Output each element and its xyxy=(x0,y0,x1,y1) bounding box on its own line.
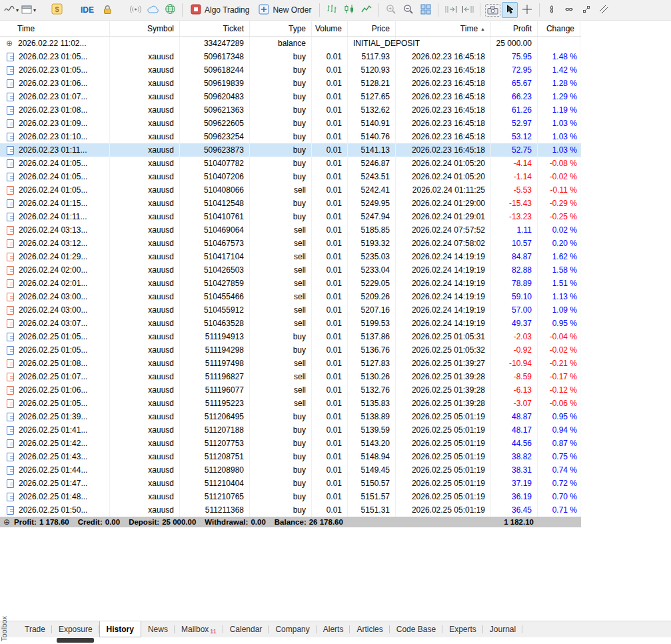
table-row[interactable]: 2026.02.24 01:05... xauusd 510407782 buy… xyxy=(0,157,581,170)
equidistant-channel-tool-button[interactable] xyxy=(596,2,612,18)
table-row[interactable]: 2026.02.25 01:06... xauusd 511196077 sel… xyxy=(0,383,581,397)
tab-mailbox[interactable]: Mailbox11 xyxy=(175,621,223,637)
candlestick-chart-button[interactable] xyxy=(341,2,357,18)
column-header-price[interactable]: Price xyxy=(348,21,396,36)
signal-button[interactable] xyxy=(127,2,143,18)
chart-window-dropdown[interactable]: ▾ xyxy=(21,2,37,18)
toolbox-panel-label[interactable]: Toolbox xyxy=(0,613,9,644)
column-header-open-time[interactable]: Time xyxy=(0,21,110,36)
deal-type-icon xyxy=(7,373,14,381)
cell-close-time: 2026.02.24 14:19:19 xyxy=(396,317,491,330)
table-row[interactable]: 2026.02.23 01:08... xauusd 509621363 buy… xyxy=(0,103,581,117)
line-chart-button[interactable] xyxy=(358,2,374,18)
cell-volume: 0.01 xyxy=(312,370,348,383)
tab-articles[interactable]: Articles xyxy=(350,621,389,637)
column-header-close-time[interactable]: Time▲ xyxy=(396,21,491,36)
table-row[interactable]: 2026.02.25 01:43... xauusd 511208751 buy… xyxy=(0,450,581,463)
cell-symbol: xauusd xyxy=(110,370,180,383)
tab-trade[interactable]: Trade xyxy=(18,621,52,637)
table-row[interactable]: 2026.02.25 01:39... xauusd 511206495 buy… xyxy=(0,410,581,423)
horizontal-scrollbar-thumb[interactable] xyxy=(57,638,94,643)
cell-ticket: 334247289 xyxy=(180,37,250,50)
cursor-tool-button[interactable] xyxy=(502,2,518,18)
table-row[interactable]: 2026.02.24 03:07... xauusd 510463528 sel… xyxy=(0,317,581,330)
table-row[interactable]: 2026.02.25 01:41... xauusd 511207188 buy… xyxy=(0,423,581,437)
market-watch-button[interactable]: $ xyxy=(49,2,65,18)
lock-button[interactable] xyxy=(99,2,115,18)
cell-volume: 0.01 xyxy=(312,343,348,357)
table-row[interactable]: 2026.02.25 01:05... xauusd 511194298 buy… xyxy=(0,343,581,357)
tab-calendar[interactable]: Calendar xyxy=(223,621,269,637)
zoom-out-button[interactable] xyxy=(400,2,416,18)
table-row[interactable]: 2026.02.23 01:11... xauusd 509623873 buy… xyxy=(0,143,581,157)
table-row[interactable]: 2026.02.23 01:05... xauusd 509617348 buy… xyxy=(0,50,581,63)
chart-shift-button[interactable] xyxy=(442,2,458,18)
algo-trading-button[interactable]: Algo Trading xyxy=(187,2,253,18)
crosshair-tool-button[interactable] xyxy=(519,2,535,18)
deal-type-icon xyxy=(6,39,13,48)
screenshot-button[interactable] xyxy=(484,2,500,18)
table-row[interactable]: 2026.02.25 01:05... xauusd 511194913 buy… xyxy=(0,330,581,343)
tab-exposure[interactable]: Exposure xyxy=(52,621,99,637)
table-row[interactable]: 2026.02.24 03:13... xauusd 510469064 sel… xyxy=(0,223,581,237)
community-button[interactable] xyxy=(162,2,178,18)
table-row[interactable]: 2026.02.25 01:47... xauusd 511210404 buy… xyxy=(0,477,581,490)
tab-journal[interactable]: Journal xyxy=(483,621,522,637)
table-row[interactable]: 2026.02.23 01:09... xauusd 509622605 buy… xyxy=(0,117,581,130)
table-row[interactable]: 2026.02.25 01:42... xauusd 511207753 buy… xyxy=(0,437,581,450)
table-row[interactable]: 2026.02.24 01:29... xauusd 510417104 sel… xyxy=(0,250,581,263)
tab-news[interactable]: News xyxy=(141,621,175,637)
table-row[interactable]: 2026.02.25 01:07... xauusd 511196827 sel… xyxy=(0,370,581,383)
column-header-symbol[interactable]: Symbol xyxy=(110,21,180,36)
column-header-ticket[interactable]: Ticket xyxy=(180,21,250,36)
table-row[interactable]: 2026.02.25 01:50... xauusd 511211368 buy… xyxy=(0,503,581,517)
table-row[interactable]: 2026.02.22 11:02... 334247289 balance IN… xyxy=(0,37,581,50)
table-row[interactable]: 2026.02.23 01:10... xauusd 509623254 buy… xyxy=(0,130,581,143)
column-header-volume[interactable]: Volume xyxy=(312,21,348,36)
table-row[interactable]: 2026.02.24 03:12... xauusd 510467573 sel… xyxy=(0,237,581,250)
table-row[interactable]: 2026.02.25 01:48... xauusd 511210765 buy… xyxy=(0,490,581,503)
table-row[interactable]: 2026.02.24 02:01... xauusd 510427859 sel… xyxy=(0,277,581,290)
cell-price: 5117.93 xyxy=(348,50,396,63)
chart-line-type-dropdown[interactable]: ▾ xyxy=(3,2,19,18)
tab-code-base[interactable]: Code Base xyxy=(390,621,442,637)
table-row[interactable]: 2026.02.24 03:00... xauusd 510455912 sel… xyxy=(0,303,581,317)
tile-windows-button[interactable] xyxy=(418,2,434,18)
table-row[interactable]: 2026.02.24 03:00... xauusd 510455466 sel… xyxy=(0,290,581,303)
horizontal-line-tool-button[interactable] xyxy=(561,2,577,18)
tab-company[interactable]: Company xyxy=(269,621,316,637)
table-row[interactable]: 2026.02.23 01:05... xauusd 509618244 buy… xyxy=(0,63,581,77)
table-row[interactable]: 2026.02.24 01:05... xauusd 510407206 buy… xyxy=(0,170,581,183)
table-row[interactable]: 2026.02.24 01:15... xauusd 510412548 buy… xyxy=(0,197,581,210)
bar-chart-button[interactable] xyxy=(324,2,340,18)
cell-price: 5132.76 xyxy=(348,383,396,397)
table-row[interactable]: 2026.02.25 01:44... xauusd 511208980 buy… xyxy=(0,463,581,477)
table-row[interactable]: 2026.02.25 01:08... xauusd 511197498 sel… xyxy=(0,357,581,370)
auto-scroll-button[interactable] xyxy=(460,2,476,18)
table-row[interactable]: 2026.02.24 01:05... xauusd 510408066 sel… xyxy=(0,183,581,197)
cell-volume: 0.01 xyxy=(312,130,348,143)
column-header-change[interactable]: Change xyxy=(538,21,580,36)
table-row[interactable]: 2026.02.25 01:05... xauusd 511195223 sel… xyxy=(0,397,581,410)
cell-open-time: 2026.02.24 03:07... xyxy=(0,317,110,330)
table-row[interactable]: 2026.02.23 01:06... xauusd 509619839 buy… xyxy=(0,77,581,90)
column-header-profit[interactable]: Profit xyxy=(491,21,538,36)
table-row[interactable]: 2026.02.24 01:11... xauusd 510410761 buy… xyxy=(0,210,581,223)
cell-symbol: xauusd xyxy=(110,63,180,77)
cloud-button[interactable] xyxy=(145,2,161,18)
tab-experts[interactable]: Experts xyxy=(442,621,483,637)
cell-profit: 37.19 xyxy=(491,477,538,490)
column-header-type[interactable]: Type xyxy=(250,21,312,36)
table-row[interactable]: 2026.02.24 02:00... xauusd 510426503 sel… xyxy=(0,263,581,277)
table-row[interactable]: 2026.02.23 01:07... xauusd 509620483 buy… xyxy=(0,90,581,103)
ide-button[interactable]: IDE xyxy=(77,2,98,18)
trendline-tool-button[interactable] xyxy=(578,2,594,18)
zoom-in-button[interactable] xyxy=(383,2,399,18)
new-order-button[interactable]: New Order xyxy=(255,2,315,18)
cell-open-time: 2026.02.24 01:29... xyxy=(0,250,110,263)
deal-type-icon xyxy=(7,66,14,75)
tab-history[interactable]: History xyxy=(99,621,141,637)
tab-alerts[interactable]: Alerts xyxy=(317,621,350,637)
vertical-line-tool-button[interactable] xyxy=(544,2,560,18)
deal-type-icon xyxy=(7,79,14,88)
